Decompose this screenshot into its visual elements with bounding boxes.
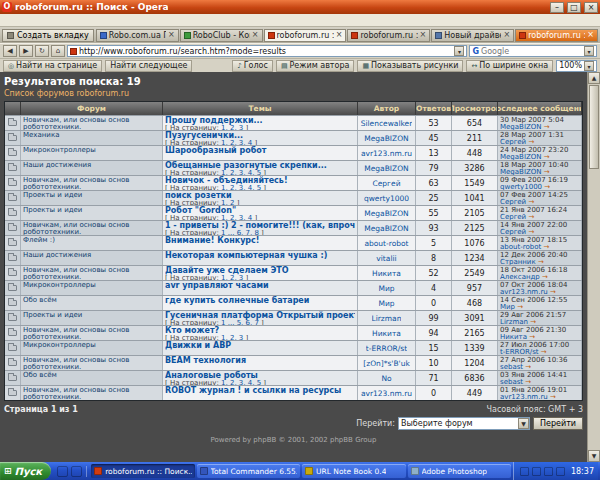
browser-tab[interactable]: RoboClub - Констру... ×: [180, 29, 263, 42]
lastpost-user-link[interactable]: MegaBIZON: [500, 168, 542, 175]
tray-icon[interactable]: [532, 467, 541, 476]
page-number-links[interactable]: 1, 2, 3, 4, 5: [221, 380, 261, 385]
lastpost-arrow-icon[interactable]: →: [528, 228, 534, 235]
topic-link[interactable]: Робот "Gordon": [165, 206, 355, 215]
task-button[interactable]: URL Note Book 0.4: [302, 464, 405, 478]
topic-link[interactable]: Пузугусенички...: [165, 131, 355, 140]
lastpost-user-link[interactable]: avr123.nm.ru: [500, 393, 548, 400]
author-link[interactable]: Silencewalker: [361, 119, 413, 128]
lastpost-arrow-icon[interactable]: →: [550, 288, 556, 295]
close-button[interactable]: ×: [584, 2, 598, 13]
lastpost-arrow-icon[interactable]: →: [543, 243, 549, 250]
author-link[interactable]: vitalii: [376, 254, 396, 263]
lastpost-arrow-icon[interactable]: →: [544, 153, 550, 160]
lastpost-user-link[interactable]: avr123.nm.ru: [500, 288, 548, 295]
lastpost-user-link[interactable]: sebast: [500, 378, 523, 385]
quick-launch-icon[interactable]: [57, 466, 68, 477]
topic-link[interactable]: Аналоговые роботы: [165, 371, 355, 380]
lastpost-arrow-icon[interactable]: →: [544, 123, 550, 130]
tab-close-icon[interactable]: ×: [336, 31, 343, 39]
forward-icon[interactable]: ▶: [19, 45, 33, 57]
forum-link[interactable]: Проекты и идеи: [23, 206, 160, 214]
topic-link[interactable]: Кто может?: [165, 326, 355, 335]
lastpost-arrow-icon[interactable]: →: [550, 393, 556, 400]
tab-close-icon[interactable]: ×: [503, 31, 510, 39]
tray-icon[interactable]: [544, 467, 553, 476]
lastpost-user-link[interactable]: Сергей: [500, 138, 526, 145]
author-link[interactable]: Никита: [372, 329, 401, 338]
lastpost-arrow-icon[interactable]: →: [528, 213, 534, 220]
topic-link[interactable]: Шарообразный робот: [165, 146, 355, 155]
browser-tab[interactable]: roboforum.ru :: Поис... ×: [515, 29, 598, 42]
scroll-up-icon[interactable]: ▲: [588, 72, 600, 84]
maximize-button[interactable]: □: [567, 2, 581, 13]
zoom-select[interactable]: 100% ▾: [556, 60, 597, 72]
jump-go-button[interactable]: Перейти: [533, 417, 583, 430]
forum-link[interactable]: Наши достижения: [23, 251, 160, 259]
forum-link[interactable]: Новичкам, или основы основ робототехники…: [23, 266, 160, 280]
browser-tab[interactable]: Новый драйвер дви... ×: [431, 29, 514, 42]
browser-tab[interactable]: Robo.com.ua Порта... ×: [96, 29, 179, 42]
tab-close-icon[interactable]: ×: [168, 31, 175, 39]
lastpost-user-link[interactable]: Странник: [500, 258, 536, 265]
topic-link[interactable]: Прошу поддержки...: [165, 116, 355, 125]
fit-width-button[interactable]: ↔ По ширине окна: [466, 60, 553, 72]
tab-close-icon[interactable]: ×: [252, 31, 259, 39]
lastpost-arrow-icon[interactable]: →: [517, 303, 523, 310]
lastpost-user-link[interactable]: MegaBIZON: [500, 153, 542, 160]
forum-link[interactable]: Новичкам, или основы основ робототехники…: [23, 116, 160, 130]
author-link[interactable]: Сергей: [372, 179, 400, 188]
lastpost-user-link[interactable]: MegaBIZON: [500, 123, 542, 130]
forum-link[interactable]: Микроконтроллеры: [23, 281, 160, 289]
lastpost-arrow-icon[interactable]: →: [529, 333, 535, 340]
page-number-links[interactable]: 1, 2, 3, 4, 5: [221, 185, 261, 190]
author-link[interactable]: MegaBIZON: [364, 209, 408, 218]
page-number-links[interactable]: 1 ... 6, 7, 8: [221, 230, 259, 235]
new-tab-button[interactable]: Создать вкладку: [2, 29, 94, 42]
scrollbar-track[interactable]: [588, 170, 600, 450]
forum-link[interactable]: Проекты и идеи: [23, 311, 160, 319]
lastpost-user-link[interactable]: qwerty1000: [500, 183, 542, 190]
forum-link[interactable]: Проекты и идеи: [23, 191, 160, 199]
forum-link[interactable]: Микроконтроллеры: [23, 341, 160, 349]
author-link[interactable]: No: [381, 374, 391, 383]
lastpost-user-link[interactable]: t-ERROR/st: [500, 348, 539, 355]
tab-close-icon[interactable]: ×: [587, 31, 594, 39]
page-number-links[interactable]: 1 ... 5, 6, 7: [221, 320, 259, 325]
author-link[interactable]: Мир: [378, 299, 394, 308]
author-link[interactable]: qwerty1000: [364, 194, 409, 203]
task-button[interactable]: Adobe Photoshop: [408, 464, 511, 478]
forum-link[interactable]: Механика: [23, 131, 160, 139]
topic-link[interactable]: поиск розетки: [165, 191, 355, 200]
lastpost-user-link[interactable]: Никита: [500, 333, 527, 340]
topic-link[interactable]: Новичок - объединяйтесь!: [165, 176, 355, 185]
forum-link[interactable]: Новичкам, или основы основ робототехники…: [23, 326, 160, 340]
author-link[interactable]: Мир: [378, 284, 394, 293]
topic-link[interactable]: Обещанные разогнутые скрепки...: [165, 161, 355, 170]
forum-link[interactable]: Новичкам, или основы основ робототехники…: [23, 386, 160, 400]
quick-launch-icon[interactable]: [71, 466, 82, 477]
search-input[interactable]: [481, 46, 582, 56]
task-button[interactable]: roboforum.ru :: Поиск...: [91, 464, 194, 478]
lastpost-arrow-icon[interactable]: →: [544, 183, 550, 190]
find-on-page-button[interactable]: ◎ Найти на странице: [3, 60, 102, 72]
topic-link[interactable]: Внимание! Конкурс!: [165, 236, 355, 245]
topic-link[interactable]: Движки и АВР: [165, 341, 355, 350]
browser-tab[interactable]: roboforum.ru :: Поиск ×: [264, 29, 347, 42]
start-button[interactable]: ⊞ Пуск: [0, 462, 51, 480]
topic-link[interactable]: ROBOT журнал ! и ссылки на ресурсы: [165, 386, 355, 395]
lastpost-arrow-icon[interactable]: →: [525, 363, 531, 370]
url-input[interactable]: [79, 46, 452, 56]
scroll-down-icon[interactable]: ▼: [588, 450, 600, 462]
minimize-button[interactable]: –: [550, 2, 564, 13]
forum-link[interactable]: Флейм :): [23, 236, 160, 244]
search-dropdown-icon[interactable]: ▾: [584, 46, 594, 56]
topic-link[interactable]: Давайте уже сделаем ЭТО: [165, 266, 355, 275]
author-link[interactable]: about-robot: [364, 239, 408, 248]
topic-link[interactable]: Гусеничная платформа Открытый проект: [165, 311, 355, 320]
zoom-dropdown-icon[interactable]: ▾: [584, 61, 594, 71]
lastpost-user-link[interactable]: Мир: [500, 303, 515, 310]
forum-link[interactable]: Новичкам, или основы основ робототехники…: [23, 176, 160, 190]
topic-link[interactable]: BEAM технология: [165, 356, 355, 365]
forum-link[interactable]: Новичкам, или основы основ робототехники…: [23, 221, 160, 235]
